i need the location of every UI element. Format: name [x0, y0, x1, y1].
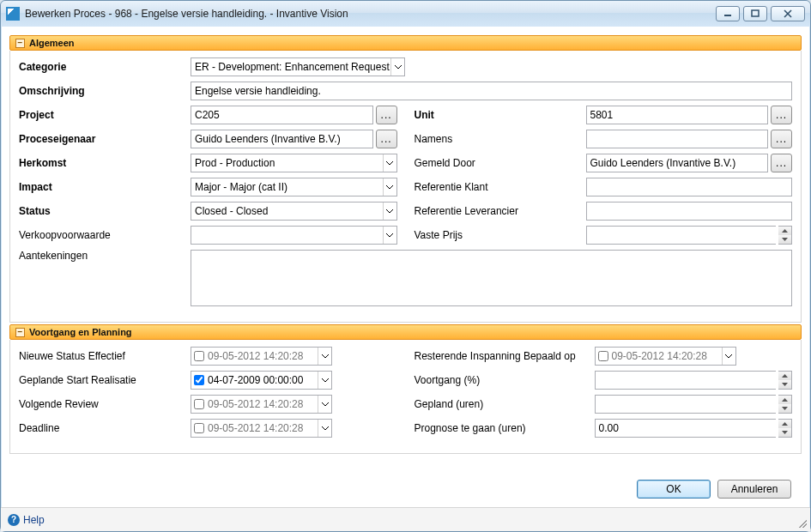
section-header-voortgang[interactable]: − Voortgang en Planning: [9, 324, 802, 340]
label-aantekeningen: Aantekeningen: [19, 250, 191, 262]
ok-button[interactable]: OK: [637, 480, 711, 499]
collapse-icon[interactable]: −: [15, 39, 25, 48]
label-unit: Unit: [415, 109, 586, 121]
spin-up-icon[interactable]: [778, 227, 791, 235]
collapse-icon[interactable]: −: [15, 328, 25, 337]
label-verkoopvoorwaarde: Verkoopvoorwaarde: [19, 229, 191, 241]
volgende-review-datepicker[interactable]: 09-05-2012 14:20:28: [191, 395, 332, 414]
geplande-start-datepicker[interactable]: 04-07-2009 00:00:00: [191, 371, 332, 390]
deadline-checkbox[interactable]: [194, 423, 204, 433]
chevron-down-icon: [722, 348, 735, 365]
chevron-down-icon: [383, 227, 396, 244]
project-input[interactable]: [191, 106, 373, 124]
gepland-uren-stepper[interactable]: [778, 395, 792, 414]
label-referentie-klant: Referentie Klant: [415, 181, 586, 193]
spin-up-icon[interactable]: [778, 396, 791, 404]
proceseigenaar-lookup-button[interactable]: ...: [376, 130, 397, 148]
help-label: Help: [23, 514, 45, 526]
label-voortgang-pct: Voortgang (%): [415, 374, 595, 386]
window-frame: Bewerken Proces - 968 - Engelse versie h…: [0, 0, 811, 532]
spin-down-icon[interactable]: [778, 235, 791, 244]
label-project: Project: [19, 109, 191, 121]
window-controls: [716, 6, 805, 21]
section-header-algemeen[interactable]: − Algemeen: [9, 35, 802, 51]
cancel-button[interactable]: Annuleren: [717, 480, 791, 499]
content-area: − Algemeen Categorie ER - Development: E…: [1, 27, 810, 507]
maximize-button[interactable]: [743, 6, 767, 21]
gepland-uren-input[interactable]: [595, 395, 777, 414]
project-lookup-button[interactable]: ...: [376, 106, 397, 124]
resize-grip[interactable]: [796, 517, 807, 528]
close-button[interactable]: [771, 6, 805, 21]
titlebar[interactable]: Bewerken Proces - 968 - Engelse versie h…: [1, 1, 810, 27]
label-volgende-review: Volgende Review: [19, 398, 191, 410]
geplande-start-checkbox[interactable]: [194, 375, 204, 385]
app-icon: [6, 7, 20, 21]
voortgang-pct-input[interactable]: [595, 371, 777, 390]
categorie-dropdown[interactable]: ER - Development: Enhancement Request: [191, 57, 405, 76]
referentie-leverancier-input[interactable]: [586, 202, 793, 221]
svg-rect-1: [752, 10, 759, 16]
label-geplande-start: Geplande Start Realisatie: [19, 374, 191, 386]
prognose-stepper[interactable]: [778, 419, 792, 438]
label-proceseigenaar: Proceseigenaar: [19, 133, 191, 145]
label-nieuwe-status: Nieuwe Status Effectief: [19, 350, 191, 362]
namens-lookup-button[interactable]: ...: [771, 130, 792, 148]
button-bar: OK Annuleren: [9, 471, 802, 507]
label-gemeld-door: Gemeld Door: [415, 157, 586, 169]
label-omschrijving: Omschrijving: [19, 85, 191, 97]
section-title-voortgang: Voortgang en Planning: [29, 327, 132, 337]
section-title-algemeen: Algemeen: [29, 38, 75, 48]
chevron-down-icon: [318, 348, 331, 365]
aantekeningen-textarea[interactable]: [191, 250, 792, 306]
voortgang-pct-stepper[interactable]: [778, 371, 792, 390]
omschrijving-input[interactable]: [191, 82, 792, 100]
verkoopvoorwaarde-dropdown[interactable]: [191, 226, 397, 245]
nieuwe-status-datepicker[interactable]: 09-05-2012 14:20:28: [191, 347, 332, 366]
spin-down-icon[interactable]: [778, 380, 791, 389]
vaste-prijs-stepper[interactable]: [778, 226, 792, 245]
panel-voortgang: Nieuwe Status Effectief 09-05-2012 14:20…: [9, 340, 802, 454]
label-namens: Namens: [415, 133, 586, 145]
label-categorie: Categorie: [19, 61, 191, 73]
nieuwe-status-checkbox[interactable]: [194, 351, 204, 361]
spin-up-icon[interactable]: [778, 372, 791, 380]
spin-up-icon[interactable]: [778, 420, 791, 428]
chevron-down-icon: [318, 420, 331, 437]
spin-down-icon[interactable]: [778, 404, 791, 413]
panel-algemeen: Categorie ER - Development: Enhancement …: [9, 51, 802, 323]
label-resterende: Resterende Inspanning Bepaald op: [415, 350, 595, 362]
chevron-down-icon: [383, 203, 396, 220]
gemeld-door-input[interactable]: [586, 154, 769, 172]
label-status: Status: [19, 205, 191, 217]
chevron-down-icon: [318, 372, 331, 389]
impact-dropdown[interactable]: Major - Major (cat II): [191, 178, 397, 196]
resterende-checkbox[interactable]: [598, 351, 608, 361]
resterende-datepicker[interactable]: 09-05-2012 14:20:28: [595, 347, 736, 366]
unit-lookup-button[interactable]: ...: [771, 106, 792, 124]
spin-down-icon[interactable]: [778, 428, 791, 437]
herkomst-dropdown[interactable]: Prod - Production: [191, 154, 397, 172]
proceseigenaar-input[interactable]: [191, 130, 373, 148]
minimize-button[interactable]: [716, 6, 740, 21]
help-link[interactable]: ? Help: [8, 514, 45, 526]
deadline-datepicker[interactable]: 09-05-2012 14:20:28: [191, 419, 332, 438]
unit-input[interactable]: [586, 106, 769, 124]
label-referentie-leverancier: Referentie Leverancier: [415, 205, 586, 217]
label-gepland-uren: Gepland (uren): [415, 398, 595, 410]
chevron-down-icon: [390, 58, 404, 76]
gemeld-door-lookup-button[interactable]: ...: [771, 154, 792, 172]
label-prognose: Prognose te gaan (uren): [415, 422, 595, 434]
status-bar: ? Help: [1, 507, 810, 531]
namens-input[interactable]: [586, 130, 769, 148]
vaste-prijs-input[interactable]: [586, 226, 777, 245]
chevron-down-icon: [383, 154, 396, 172]
label-vaste-prijs: Vaste Prijs: [415, 229, 586, 241]
volgende-review-checkbox[interactable]: [194, 399, 204, 409]
referentie-klant-input[interactable]: [586, 178, 793, 196]
label-impact: Impact: [19, 181, 191, 193]
status-dropdown[interactable]: Closed - Closed: [191, 202, 397, 221]
label-deadline: Deadline: [19, 422, 191, 434]
prognose-input[interactable]: [595, 419, 777, 438]
label-herkomst: Herkomst: [19, 157, 191, 169]
